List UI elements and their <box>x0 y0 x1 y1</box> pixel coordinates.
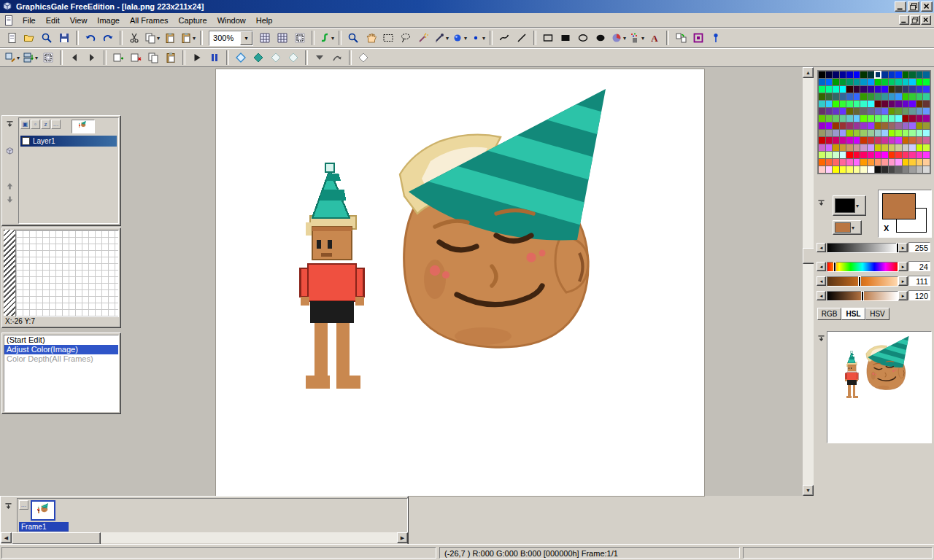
palette-swatch[interactable] <box>889 86 895 93</box>
palette-swatch[interactable] <box>895 159 902 166</box>
palette-swatch[interactable] <box>895 152 902 158</box>
palette-swatch[interactable] <box>840 71 846 78</box>
restore-button[interactable] <box>908 1 919 12</box>
palette-swatch[interactable] <box>923 93 930 100</box>
palette-swatch[interactable] <box>903 166 909 173</box>
frame-thumbnail[interactable] <box>31 500 55 521</box>
palette-swatch[interactable] <box>875 166 881 173</box>
palette-swatch[interactable] <box>923 166 930 173</box>
palette-swatch[interactable] <box>854 122 860 129</box>
palette-swatch[interactable] <box>860 71 867 78</box>
pause-button[interactable] <box>206 49 223 66</box>
palette-swatch[interactable] <box>868 108 874 114</box>
palette-swatch[interactable] <box>889 101 895 107</box>
palette-swatch[interactable] <box>909 122 916 129</box>
palette-swatch[interactable] <box>819 108 825 114</box>
palette-swatch[interactable] <box>840 79 846 85</box>
palette-swatch[interactable] <box>854 93 860 100</box>
palette-swatch[interactable] <box>860 79 867 85</box>
palette-swatch[interactable] <box>916 130 923 136</box>
palette-swatch[interactable] <box>840 137 846 144</box>
preview-window-button[interactable]: ▾ <box>317 29 336 47</box>
vscroll-track[interactable] <box>803 67 814 496</box>
palette-swatch[interactable] <box>889 166 895 173</box>
palette-swatch[interactable] <box>819 137 825 144</box>
palette-swatch[interactable] <box>868 101 874 107</box>
palette-swatch[interactable] <box>875 86 881 93</box>
palette-swatch[interactable] <box>923 79 930 85</box>
palette-swatch[interactable] <box>833 93 839 100</box>
scroll-left-button[interactable]: ◀ <box>1 532 12 543</box>
palette-swatch[interactable] <box>854 137 860 144</box>
layer-more-icon[interactable]: … <box>51 120 61 129</box>
palette-swatch[interactable] <box>840 108 846 114</box>
palette-swatch[interactable] <box>895 144 902 151</box>
menu-view[interactable]: View <box>65 13 93 28</box>
history-item[interactable]: Adjust Color(Image) <box>4 345 118 354</box>
palette-swatch[interactable] <box>840 86 846 93</box>
frame-more-icon[interactable]: … <box>19 500 28 510</box>
onion-settings-button[interactable] <box>285 49 302 66</box>
fg-bg-color-box[interactable]: X <box>878 190 932 238</box>
clear-frame-button[interactable] <box>355 49 372 66</box>
palette-swatch[interactable] <box>923 137 930 144</box>
zoom-tool-button[interactable] <box>344 29 362 47</box>
palette-swatch[interactable] <box>840 159 846 166</box>
palette-swatch[interactable] <box>881 137 888 144</box>
color-picker-button[interactable]: ▾ <box>432 29 450 47</box>
palette-swatch[interactable] <box>854 115 860 122</box>
palette-swatch[interactable] <box>840 122 846 129</box>
fill-tool-button[interactable]: ▾ <box>609 29 628 47</box>
palette-swatch[interactable] <box>826 108 833 114</box>
primary-color-swatch[interactable]: ▾ <box>833 195 866 216</box>
palette-swatch[interactable] <box>875 159 881 166</box>
palette-swatch[interactable] <box>923 152 930 158</box>
palette-swatch[interactable] <box>895 101 902 107</box>
palette-swatch[interactable] <box>819 93 825 100</box>
lightness-decrease-button[interactable]: ◂ <box>817 291 826 300</box>
palette-swatch[interactable] <box>833 71 839 78</box>
palette-swatch[interactable] <box>819 166 825 173</box>
palette-swatch[interactable] <box>868 166 874 173</box>
palette-swatch[interactable] <box>860 152 867 158</box>
palette-swatch[interactable] <box>895 93 902 100</box>
palette-swatch[interactable] <box>826 166 833 173</box>
hscroll-thumb[interactable] <box>12 532 101 545</box>
palette-swatch[interactable] <box>846 93 853 100</box>
navigator-dock-handle[interactable] <box>4 230 15 316</box>
palette-swatch[interactable] <box>826 101 833 107</box>
palette-swatch[interactable] <box>854 108 860 114</box>
palette-swatch[interactable] <box>875 108 881 114</box>
palette-swatch[interactable] <box>895 130 902 136</box>
palette-swatch[interactable] <box>875 79 881 85</box>
palette-swatch[interactable] <box>923 101 930 107</box>
palette-swatch[interactable] <box>868 159 874 166</box>
rect-tool-button[interactable] <box>539 29 557 47</box>
palette-swatch[interactable] <box>916 159 923 166</box>
palette-swatch[interactable] <box>826 130 833 136</box>
palette-swatch[interactable] <box>903 108 909 114</box>
preview-dock-icon[interactable] <box>816 332 827 344</box>
palette-swatch[interactable] <box>868 86 874 93</box>
palette-swatch[interactable] <box>860 93 867 100</box>
scroll-down-button[interactable]: ▼ <box>803 485 814 496</box>
palette-swatch[interactable] <box>923 130 930 136</box>
close-button[interactable] <box>921 1 933 12</box>
palette-swatch[interactable] <box>826 144 833 151</box>
layer-checkbox[interactable] <box>22 137 30 145</box>
hue-marker[interactable] <box>833 262 836 272</box>
palette-swatch[interactable] <box>903 101 909 107</box>
palette-swatch[interactable] <box>881 115 888 122</box>
palette-swatch[interactable] <box>889 137 895 144</box>
palette-swatch[interactable] <box>909 71 916 78</box>
palette-swatch[interactable] <box>881 86 888 93</box>
palette-swatch[interactable] <box>895 115 902 122</box>
palette-swatch[interactable] <box>881 122 888 129</box>
delete-frame-button[interactable] <box>127 49 144 66</box>
palette-swatch[interactable] <box>916 79 923 85</box>
saturation-increase-button[interactable]: ▸ <box>898 276 908 286</box>
palette-swatch[interactable] <box>895 137 902 144</box>
palette-swatch[interactable] <box>889 71 895 78</box>
palette-swatch[interactable] <box>826 115 833 122</box>
palette-swatch[interactable] <box>909 79 916 85</box>
